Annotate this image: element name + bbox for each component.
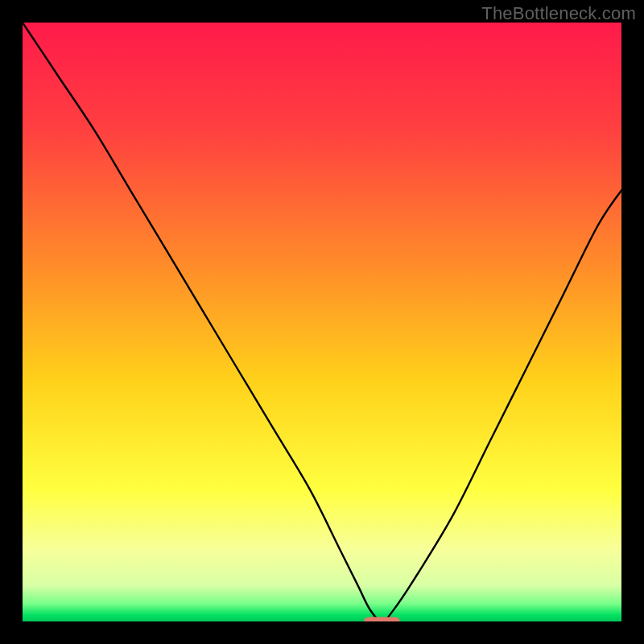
watermark-text: TheBottleneck.com: [481, 3, 636, 24]
chart-frame: TheBottleneck.com: [0, 0, 644, 644]
bottleneck-chart: [23, 23, 621, 621]
plot-area: [23, 23, 621, 621]
gradient-background: [23, 23, 621, 621]
optimal-marker: [364, 617, 400, 621]
